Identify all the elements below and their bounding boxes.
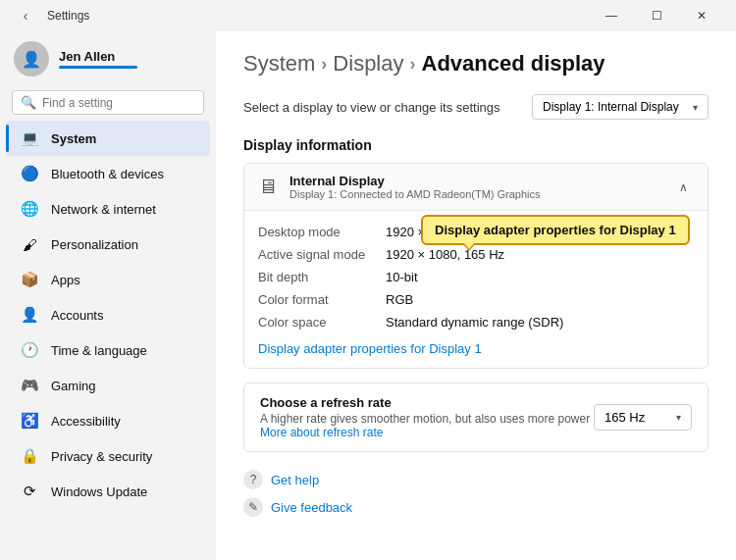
sidebar-item-apps[interactable]: 📦 Apps [6, 262, 210, 297]
titlebar-controls: — ☐ ✕ [589, 0, 724, 31]
sidebar-item-system[interactable]: 💻 System [6, 121, 210, 156]
personalization-nav-icon: 🖌 [20, 234, 39, 254]
adapter-link[interactable]: Display adapter properties for Display 1 [258, 341, 482, 356]
info-value: 10-bit [386, 270, 694, 284]
search-box[interactable]: 🔍 [12, 90, 204, 115]
privacy-nav-icon: 🔒 [20, 446, 39, 466]
accounts-nav-icon: 👤 [20, 305, 39, 325]
refresh-desc: A higher rate gives smoother motion, but… [260, 412, 594, 439]
display-name: Internal Display [289, 174, 541, 188]
refresh-dropdown[interactable]: 165 Hz ▾ [594, 404, 692, 431]
info-value: Standard dynamic range (SDR) [386, 315, 694, 330]
user-profile: 👤 Jen Allen [0, 31, 216, 86]
sidebar-item-label-update: Windows Update [51, 484, 147, 499]
user-info: Jen Allen [59, 49, 137, 69]
apps-nav-icon: 📦 [20, 270, 39, 289]
info-value: RGB [386, 292, 694, 307]
info-row: Active signal mode 1920 × 1080, 165 Hz [258, 243, 694, 266]
info-row: Bit depth 10-bit [258, 266, 694, 288]
sidebar-item-personalization[interactable]: 🖌 Personalization [6, 227, 210, 262]
monitor-icon: 🖥 [258, 176, 278, 198]
give-feedback-label: Give feedback [271, 500, 352, 515]
sidebar-item-time[interactable]: 🕐 Time & language [6, 332, 210, 368]
sidebar-item-label-accessibility: Accessibility [51, 414, 121, 429]
breadcrumb-current: Advanced display [422, 51, 605, 76]
refresh-title: Choose a refresh rate [260, 395, 594, 410]
sidebar: 👤 Jen Allen 🔍 💻 System 🔵 Bluetooth & dev… [0, 31, 216, 560]
minimize-button[interactable]: — [589, 0, 634, 31]
gaming-nav-icon: 🎮 [20, 376, 39, 395]
sidebar-item-privacy[interactable]: 🔒 Privacy & security [6, 438, 210, 474]
search-icon: 🔍 [21, 95, 36, 110]
update-nav-icon: ⟳ [20, 482, 39, 501]
system-nav-icon: 💻 [20, 128, 39, 148]
display-info-card: 🖥 Internal Display Display 1: Connected … [243, 163, 709, 369]
user-name: Jen Allen [59, 49, 137, 64]
search-input[interactable] [42, 96, 195, 110]
breadcrumb-display[interactable]: Display [333, 51, 403, 76]
sidebar-item-label-privacy: Privacy & security [51, 449, 152, 464]
info-row: Color format RGB [258, 288, 694, 311]
refresh-card: Choose a refresh rate A higher rate give… [243, 382, 709, 452]
sidebar-item-label-bluetooth: Bluetooth & devices [51, 167, 164, 181]
accessibility-nav-icon: ♿ [20, 411, 39, 431]
user-bar [59, 66, 137, 69]
display-selector-row: Select a display to view or change its s… [243, 94, 709, 120]
display-info-header-left: 🖥 Internal Display Display 1: Connected … [258, 174, 541, 200]
back-button[interactable]: ‹ [12, 2, 39, 29]
display-info-body: Display adapter properties for Display 1… [244, 211, 708, 368]
breadcrumb-sep-2: › [410, 54, 416, 75]
avatar: 👤 [14, 41, 49, 76]
sidebar-item-label-personalization: Personalization [51, 237, 138, 252]
feedback-icon: ✎ [243, 497, 263, 517]
info-label: Color format [258, 292, 386, 307]
nav-container: 💻 System 🔵 Bluetooth & devices 🌐 Network… [0, 121, 216, 509]
titlebar-title: Settings [47, 9, 89, 23]
sidebar-item-accessibility[interactable]: ♿ Accessibility [6, 403, 210, 438]
maximize-button[interactable]: ☐ [634, 0, 679, 31]
refresh-desc-text: A higher rate gives smoother motion, but… [260, 412, 590, 426]
display-dropdown-value: Display 1: Internal Display [543, 100, 679, 114]
sidebar-item-label-apps: Apps [51, 273, 80, 287]
refresh-chevron-icon: ▾ [676, 412, 681, 423]
close-button[interactable]: ✕ [679, 0, 724, 31]
display-subname: Display 1: Connected to AMD Radeon(TM) G… [289, 188, 541, 200]
sidebar-item-update[interactable]: ⟳ Windows Update [6, 474, 210, 509]
info-label: Color space [258, 315, 386, 330]
bottom-links: ? Get help ✎ Give feedback [243, 466, 709, 521]
get-help-link[interactable]: ? Get help [243, 466, 709, 493]
breadcrumb: System › Display › Advanced display [243, 51, 709, 76]
info-label: Desktop mode [258, 225, 386, 239]
collapse-button[interactable]: ∧ [673, 178, 694, 196]
info-value: 1920 × 1080, 165 Hz [386, 247, 694, 262]
give-feedback-link[interactable]: ✎ Give feedback [243, 493, 709, 521]
callout-arrow-inner [464, 243, 474, 249]
get-help-label: Get help [271, 473, 319, 487]
display-info-header: 🖥 Internal Display Display 1: Connected … [244, 164, 708, 211]
info-label: Active signal mode [258, 247, 386, 262]
sidebar-item-network[interactable]: 🌐 Network & internet [6, 191, 210, 227]
display-name-block: Internal Display Display 1: Connected to… [289, 174, 541, 200]
refresh-value: 165 Hz [605, 410, 645, 425]
info-label: Bit depth [258, 270, 386, 284]
sidebar-item-label-gaming: Gaming [51, 379, 96, 393]
sidebar-item-label-accounts: Accounts [51, 308, 103, 323]
bluetooth-nav-icon: 🔵 [20, 164, 39, 183]
help-icon: ? [243, 470, 263, 489]
sidebar-item-label-system: System [51, 131, 96, 146]
chevron-down-icon: ▾ [693, 102, 698, 113]
refresh-more-link[interactable]: More about refresh rate [260, 426, 383, 439]
info-row: Color space Standard dynamic range (SDR) [258, 311, 694, 333]
app-body: 👤 Jen Allen 🔍 💻 System 🔵 Bluetooth & dev… [0, 31, 736, 560]
breadcrumb-system[interactable]: System [243, 51, 315, 76]
sidebar-item-label-network: Network & internet [51, 202, 156, 217]
refresh-left: Choose a refresh rate A higher rate give… [260, 395, 594, 439]
sidebar-item-gaming[interactable]: 🎮 Gaming [6, 368, 210, 403]
callout-box: Display adapter properties for Display 1 [421, 215, 690, 245]
titlebar: ‹ Settings — ☐ ✕ [0, 0, 736, 31]
sidebar-item-bluetooth[interactable]: 🔵 Bluetooth & devices [6, 156, 210, 191]
display-dropdown[interactable]: Display 1: Internal Display ▾ [532, 94, 709, 120]
display-selector-label: Select a display to view or change its s… [243, 100, 500, 115]
sidebar-item-accounts[interactable]: 👤 Accounts [6, 297, 210, 332]
titlebar-left: ‹ Settings [12, 2, 89, 29]
